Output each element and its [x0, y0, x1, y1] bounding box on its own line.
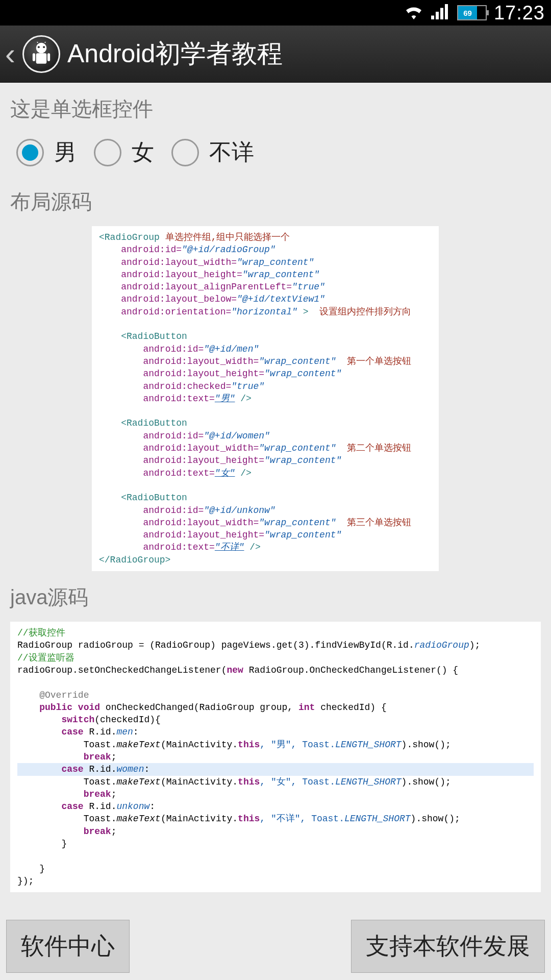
svg-line-8: [45, 42, 46, 43]
svg-rect-2: [440, 8, 443, 20]
support-dev-button[interactable]: 支持本软件发展: [351, 920, 545, 973]
content: 这是单选框控件 男 女 不详 布局源码 <RadioGroup 单选控件组,组中…: [0, 83, 551, 904]
section-label-java: java源码: [10, 583, 541, 611]
battery-level: 69: [458, 6, 477, 19]
svg-point-4: [36, 42, 47, 53]
back-icon[interactable]: ‹: [5, 39, 15, 69]
radio-label-female: 女: [132, 137, 154, 167]
status-bar: 69 17:23: [0, 0, 551, 26]
svg-rect-0: [431, 16, 434, 20]
battery-icon: 69: [457, 5, 487, 20]
svg-rect-3: [445, 4, 448, 19]
xml-code: <RadioGroup 单选控件组,组中只能选择一个 android:id="@…: [92, 226, 439, 571]
radio-unknown[interactable]: [171, 139, 199, 166]
section-label-radio: 这是单选框控件: [10, 95, 541, 123]
svg-point-5: [38, 46, 40, 48]
svg-rect-11: [47, 53, 50, 61]
svg-point-6: [43, 46, 45, 48]
app-icon[interactable]: [22, 35, 60, 73]
radio-female[interactable]: [94, 139, 121, 166]
radio-label-unknown: 不详: [209, 137, 254, 167]
clock: 17:23: [494, 2, 545, 24]
svg-line-7: [36, 42, 38, 43]
svg-rect-10: [33, 53, 35, 61]
app-title: Android初学者教程: [67, 37, 283, 71]
section-label-xml: 布局源码: [10, 188, 541, 216]
wifi-icon: [404, 4, 423, 21]
java-code: //获取控件 RadioGroup radioGroup = (RadioGro…: [10, 622, 541, 892]
radio-male[interactable]: [16, 139, 44, 166]
svg-rect-9: [36, 53, 47, 64]
radio-group: 男 女 不详: [10, 133, 541, 188]
software-center-button[interactable]: 软件中心: [6, 920, 130, 973]
app-bar: ‹ Android初学者教程: [0, 26, 551, 83]
svg-rect-1: [436, 12, 439, 19]
radio-label-male: 男: [54, 137, 77, 167]
signal-icon: [431, 4, 450, 21]
bottom-buttons: 软件中心 支持本软件发展: [0, 915, 551, 980]
